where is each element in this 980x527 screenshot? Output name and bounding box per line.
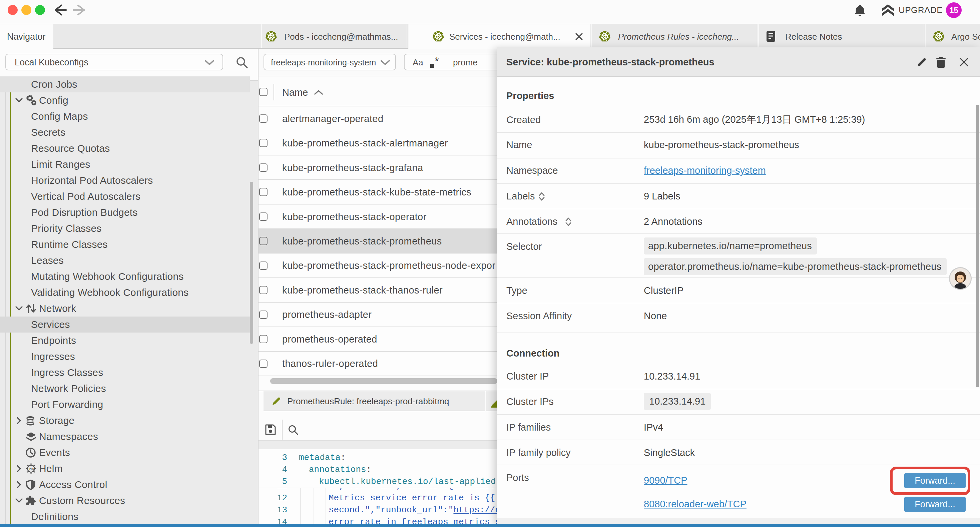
- svg-text:HELM: HELM: [28, 468, 34, 470]
